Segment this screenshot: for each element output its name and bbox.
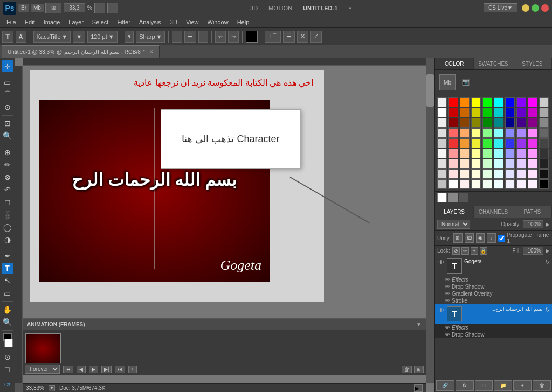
swatch-80[interactable] xyxy=(437,179,447,189)
swatch-16[interactable] xyxy=(505,108,515,117)
swatch-39[interactable] xyxy=(539,128,549,138)
swatch-50[interactable] xyxy=(437,149,447,158)
history-tool[interactable]: ↶ xyxy=(2,184,13,195)
lock-all[interactable]: 🔒 xyxy=(480,247,487,255)
quick-select-tool[interactable]: ⊙ xyxy=(2,102,13,113)
add-layer-style-btn[interactable]: fx xyxy=(456,380,474,391)
anim-collapse[interactable]: ▼ xyxy=(416,321,422,327)
swatch-54[interactable] xyxy=(482,149,492,158)
swatch-32[interactable] xyxy=(460,128,470,138)
aa-toggle[interactable]: a xyxy=(125,31,134,43)
fill-arrow[interactable]: ▶ xyxy=(546,248,550,254)
swatch-89[interactable] xyxy=(539,179,549,189)
mask-mode[interactable]: ⊙ xyxy=(2,352,13,363)
swatch-72[interactable] xyxy=(460,169,470,179)
fx-eye-stroke[interactable]: 👁 xyxy=(445,298,450,304)
path-select-tool[interactable]: ↖ xyxy=(2,275,13,286)
blur-tool[interactable]: ◯ xyxy=(2,221,13,233)
swatch-1[interactable] xyxy=(448,97,458,107)
fx-eye-header[interactable]: 👁 xyxy=(445,277,450,283)
screen-btn[interactable] xyxy=(107,3,118,13)
crop-tool[interactable]: ⊡ xyxy=(2,118,13,129)
font-style-field[interactable]: ▼ xyxy=(73,31,85,43)
align-center-btn[interactable]: ☰ xyxy=(184,31,196,43)
opacity-input[interactable] xyxy=(523,220,543,228)
swatch-82[interactable] xyxy=(460,179,470,189)
add-mask-btn[interactable]: □ xyxy=(475,380,493,391)
swatch-85[interactable] xyxy=(494,179,503,189)
lock-transparent[interactable]: ⊘ xyxy=(452,247,460,255)
link-layers-btn[interactable]: 🔗 xyxy=(436,380,454,391)
swatch-83[interactable] xyxy=(471,179,481,189)
delete-frame-btn[interactable]: 🗑 xyxy=(402,366,412,373)
more-btn[interactable]: » xyxy=(348,5,351,11)
mb-button[interactable]: Mb xyxy=(31,4,44,12)
menu-3d[interactable]: 3D xyxy=(165,18,182,26)
swatch-69[interactable] xyxy=(539,159,549,169)
swatch-5[interactable] xyxy=(494,97,503,107)
arrangement-button[interactable]: ⊞ xyxy=(45,3,61,13)
menu-view[interactable]: View xyxy=(182,18,203,26)
swatch-64[interactable] xyxy=(482,159,492,169)
swatch-41[interactable] xyxy=(448,138,458,148)
brush-tool[interactable]: ✏ xyxy=(2,159,13,170)
fx-eye-header-a[interactable]: 👁 xyxy=(445,325,450,331)
tab-close[interactable]: ✕ xyxy=(149,49,154,54)
swatch-51[interactable] xyxy=(448,149,458,158)
prev-frame-btn[interactable]: ◀ xyxy=(77,366,86,373)
swatch-36[interactable] xyxy=(505,128,515,138)
swatch-19[interactable] xyxy=(539,108,549,117)
canvas-area[interactable]: اخي هذه هي الكتابة المعكوسة نريد ان نرجع… xyxy=(15,58,434,392)
swatch-84[interactable] xyxy=(482,179,492,189)
layer-visibility-arabic[interactable]: 👁 xyxy=(437,306,445,314)
swatch-23[interactable] xyxy=(471,118,481,128)
swatch-22[interactable] xyxy=(460,118,470,128)
fx-eye-ds[interactable]: 👁 xyxy=(445,284,450,290)
swatch-78[interactable] xyxy=(528,169,537,179)
cs-button[interactable]: Cs xyxy=(2,379,13,390)
eyedropper-tool[interactable]: 🔍 xyxy=(2,130,13,142)
swatch-3[interactable] xyxy=(471,97,481,107)
text-align-r[interactable]: ⇒ xyxy=(228,31,239,43)
menu-layer[interactable]: Layer xyxy=(64,18,88,26)
propagate-checkbox[interactable] xyxy=(498,235,505,242)
swatch-21[interactable] xyxy=(448,118,458,128)
swatch-47[interactable] xyxy=(516,138,526,148)
loop-select[interactable]: Forever xyxy=(25,365,60,374)
swatch-60[interactable] xyxy=(437,159,447,169)
swatch-17[interactable] xyxy=(516,108,526,117)
bg-color[interactable] xyxy=(4,339,13,347)
font-size-field[interactable]: 120 pt ▼ xyxy=(87,31,117,43)
new-layer-btn[interactable]: + xyxy=(513,380,532,391)
swatch-52[interactable] xyxy=(460,149,470,158)
spot-heal-tool[interactable]: ⊕ xyxy=(2,146,13,158)
unify-btn-3[interactable]: ◉ xyxy=(476,233,485,243)
swatch-48[interactable] xyxy=(528,138,537,148)
swatch-28[interactable] xyxy=(528,118,537,128)
mb-panel-btn[interactable]: Mb xyxy=(439,74,456,90)
swatch-62[interactable] xyxy=(460,159,470,169)
swatch-31[interactable] xyxy=(448,128,458,138)
convert-btn[interactable]: ⊞ xyxy=(414,366,424,373)
move-tool[interactable]: ✛ xyxy=(2,60,13,72)
close-button[interactable] xyxy=(541,4,549,12)
char-panel-btn[interactable]: ☰ xyxy=(283,31,295,43)
layout-btn[interactable] xyxy=(94,3,105,13)
swatch-11[interactable] xyxy=(448,108,458,117)
menu-analysis[interactable]: Analysis xyxy=(135,18,165,26)
extra-btn-2[interactable] xyxy=(459,193,468,202)
blend-mode-select[interactable]: Normal xyxy=(437,220,470,229)
tab-channels[interactable]: CHANNELS xyxy=(474,206,513,218)
swatch-14[interactable] xyxy=(482,108,492,117)
swatch-65[interactable] xyxy=(494,159,503,169)
swatch-20[interactable] xyxy=(437,118,447,128)
swatch-53[interactable] xyxy=(471,149,481,158)
tab-swatches[interactable]: SWATCHES xyxy=(474,58,513,69)
swatch-7[interactable] xyxy=(516,97,526,107)
menu-edit[interactable]: Edit xyxy=(20,18,39,26)
swatch-24[interactable] xyxy=(482,118,492,128)
swatch-67[interactable] xyxy=(516,159,526,169)
swatch-35[interactable] xyxy=(494,128,503,138)
tab-layers[interactable]: LAYERS xyxy=(435,206,474,218)
warp-text-btn[interactable]: T⌒ xyxy=(265,31,281,43)
